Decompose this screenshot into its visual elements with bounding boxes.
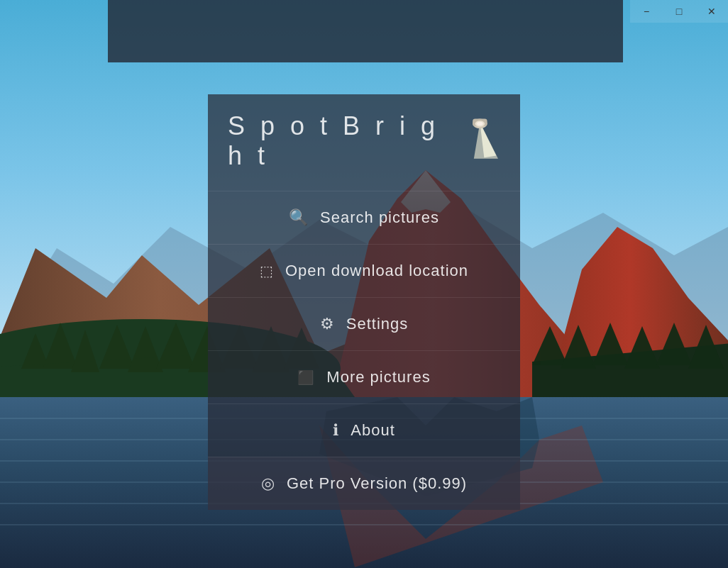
search-pictures-label: Search pictures xyxy=(320,208,439,227)
gear-icon: ⚙ xyxy=(320,315,335,333)
search-pictures-button[interactable]: 🔍 Search pictures xyxy=(208,191,520,244)
svg-point-39 xyxy=(477,122,483,126)
get-pro-label: Get Pro Version ($0.99) xyxy=(287,474,467,493)
folder-icon: ⬚ xyxy=(260,262,274,279)
logo-panel: S p o t B r i g h t xyxy=(208,94,520,191)
open-download-label: Open download location xyxy=(285,262,468,280)
more-pictures-button[interactable]: ⬛ More pictures xyxy=(208,350,520,403)
maximize-button[interactable]: □ xyxy=(663,0,695,23)
titlebar: − □ ✕ xyxy=(0,0,728,23)
about-button[interactable]: ℹ About xyxy=(208,403,520,457)
spotlight-icon xyxy=(453,106,507,169)
get-pro-button[interactable]: ◎ Get Pro Version ($0.99) xyxy=(208,457,520,510)
app-title: S p o t B r i g h t xyxy=(228,111,453,171)
open-download-button[interactable]: ⬚ Open download location xyxy=(208,244,520,297)
more-pictures-label: More pictures xyxy=(326,368,430,386)
pro-icon: ◎ xyxy=(261,474,275,493)
minimize-button[interactable]: − xyxy=(630,0,663,23)
settings-button[interactable]: ⚙ Settings xyxy=(208,297,520,350)
search-icon: 🔍 xyxy=(289,208,309,227)
calendar-icon: ⬛ xyxy=(297,369,315,386)
settings-label: Settings xyxy=(346,315,409,333)
main-content: S p o t B r i g h t 🔍 Search pictures ⬚ … xyxy=(0,62,728,568)
info-icon: ℹ xyxy=(333,421,339,440)
about-label: About xyxy=(351,421,395,440)
close-button[interactable]: ✕ xyxy=(695,0,728,23)
